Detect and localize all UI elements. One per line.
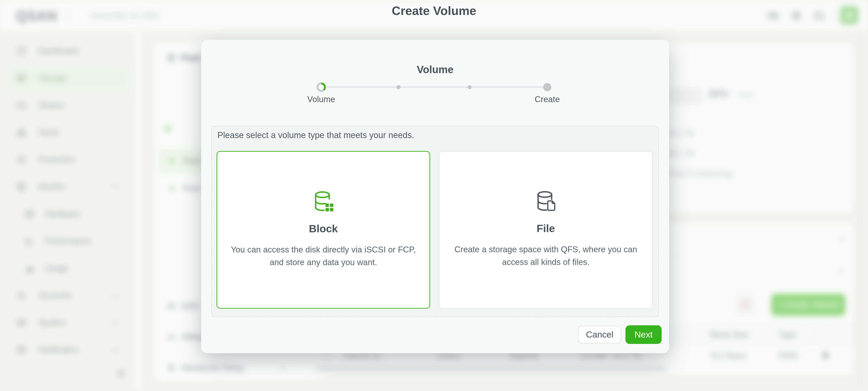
- modal-title: Volume: [201, 63, 669, 76]
- volume-type-card-block[interactable]: Block You can access the disk directly v…: [217, 151, 430, 309]
- card-description: Create a storage space with QFS, where y…: [450, 243, 642, 269]
- block-volume-icon: [313, 191, 334, 212]
- next-button[interactable]: Next: [625, 325, 662, 344]
- card-title: Block: [309, 222, 338, 235]
- volume-type-prompt: Please select a volume type that meets y…: [217, 131, 414, 140]
- step-end-icon: [543, 83, 551, 91]
- file-volume-icon: [535, 190, 557, 212]
- stepper-track: [327, 86, 547, 88]
- cancel-button[interactable]: Cancel: [578, 326, 621, 343]
- card-title: File: [537, 222, 555, 234]
- step-label-volume: Volume: [292, 95, 350, 104]
- volume-type-card-file[interactable]: File Create a storage space with QFS, wh…: [439, 151, 653, 309]
- page-title: Create Volume: [0, 4, 868, 18]
- step-dot-icon: [397, 85, 401, 89]
- step-label-create: Create: [518, 95, 577, 104]
- card-description: You can access the disk directly via iSC…: [227, 243, 420, 269]
- step-current-icon: [316, 82, 327, 92]
- create-volume-modal: Volume Volume Create Please select a vol…: [201, 40, 669, 353]
- qsan-app: QSAN XN4226D-4C-9D8 A Dashboard Storage: [0, 0, 868, 391]
- step-dot-icon: [467, 85, 471, 89]
